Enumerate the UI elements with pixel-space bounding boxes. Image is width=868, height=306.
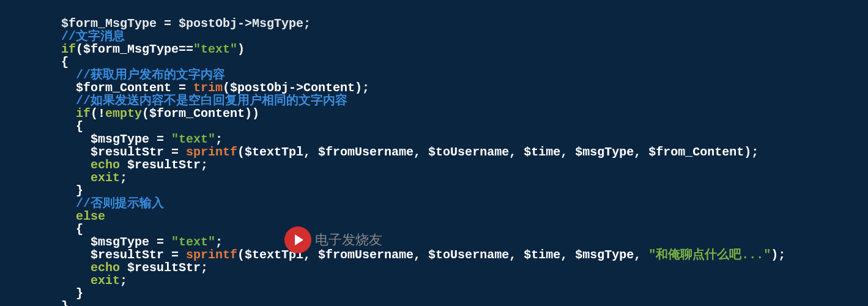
code-line: }: [0, 300, 868, 306]
code-token: //获取用户发布的文字内容: [76, 68, 225, 82]
code-token: );: [771, 248, 785, 262]
code-token: }: [76, 184, 83, 198]
code-token: ;: [215, 235, 223, 249]
code-line: //如果发送内容不是空白回复用户相同的文字内容: [0, 94, 868, 107]
code-line: }: [0, 184, 868, 197]
code-token: $form_Content =: [76, 81, 193, 95]
code-token: echo: [91, 158, 120, 172]
code-line: echo $resultStr;: [0, 261, 868, 274]
code-token: }: [76, 286, 83, 300]
code-line: echo $resultStr;: [0, 159, 868, 171]
code-line: $resultStr = sprintf($textTpl, $fromUser…: [0, 248, 868, 261]
code-token: ($textTpl, $fromUsername, $toUsername, $…: [237, 145, 759, 159]
code-token: exit: [91, 171, 120, 185]
code-line: //否则提示输入: [0, 197, 868, 210]
code-token: //文字消息: [61, 29, 125, 43]
code-token: $resultStr;: [120, 158, 208, 172]
code-token: ;: [120, 274, 127, 288]
code-token: ($textTpl, $fromUsername, $toUsername, $…: [237, 248, 648, 262]
code-token: ;: [120, 171, 127, 185]
code-token: ($postObj->Content);: [223, 81, 369, 95]
code-token: sprintf: [186, 145, 237, 159]
code-token: $form_MsgType = $postObj->MsgType;: [61, 17, 311, 31]
code-line: }: [0, 287, 868, 300]
code-line: $resultStr = sprintf($textTpl, $fromUser…: [0, 146, 868, 159]
code-token: $msgType =: [91, 132, 171, 146]
code-line: if($form_MsgType=="text"): [0, 43, 868, 56]
code-token: echo: [91, 261, 120, 275]
code-line: {: [0, 223, 868, 236]
code-token: $resultStr =: [91, 145, 186, 159]
code-token: $msgType =: [91, 235, 171, 249]
code-token: "和俺聊点什么吧...": [648, 248, 771, 262]
code-token: ($form_MsgType==: [76, 42, 193, 56]
code-token: "text": [171, 235, 215, 249]
code-line: $msgType = "text";: [0, 236, 868, 248]
code-token: //如果发送内容不是空白回复用户相同的文字内容: [76, 94, 347, 108]
code-token: ): [237, 42, 245, 56]
code-line: exit;: [0, 274, 868, 287]
code-line: //文字消息: [0, 30, 868, 43]
code-token: (!: [91, 106, 105, 121]
code-line: //获取用户发布的文字内容: [0, 69, 868, 81]
code-token: "text": [171, 132, 215, 146]
code-token: $resultStr =: [91, 248, 186, 262]
code-token: $resultStr;: [120, 261, 208, 275]
code-token: trim: [193, 81, 223, 95]
code-token: exit: [91, 274, 120, 288]
code-container: 电子发烧友 $form_MsgType = $postObj->MsgType;…: [0, 0, 868, 306]
code-line: $form_Content = trim($postObj->Content);: [0, 81, 868, 94]
code-line: $form_MsgType = $postObj->MsgType;: [0, 17, 868, 30]
code-token: {: [76, 119, 83, 133]
code-token: //否则提示输入: [76, 196, 164, 211]
code-line: {: [0, 56, 868, 69]
code-line: exit;: [0, 171, 868, 184]
code-line: $msgType = "text";: [0, 133, 868, 146]
code-line: else: [0, 210, 868, 223]
code-token: {: [76, 222, 83, 236]
code-token: sprintf: [186, 248, 237, 262]
code-token: empty: [105, 106, 142, 121]
code-token: else: [76, 209, 105, 223]
code-line: if(!empty($form_Content)): [0, 107, 868, 120]
code-token: ($form_Content)): [142, 106, 259, 121]
code-token: "text": [193, 42, 237, 56]
code-token: }: [61, 299, 69, 306]
code-line: {: [0, 120, 868, 133]
code-token: ;: [215, 132, 223, 146]
code-token: if: [76, 106, 91, 121]
code-token: {: [61, 55, 69, 69]
code-token: if: [61, 42, 76, 56]
